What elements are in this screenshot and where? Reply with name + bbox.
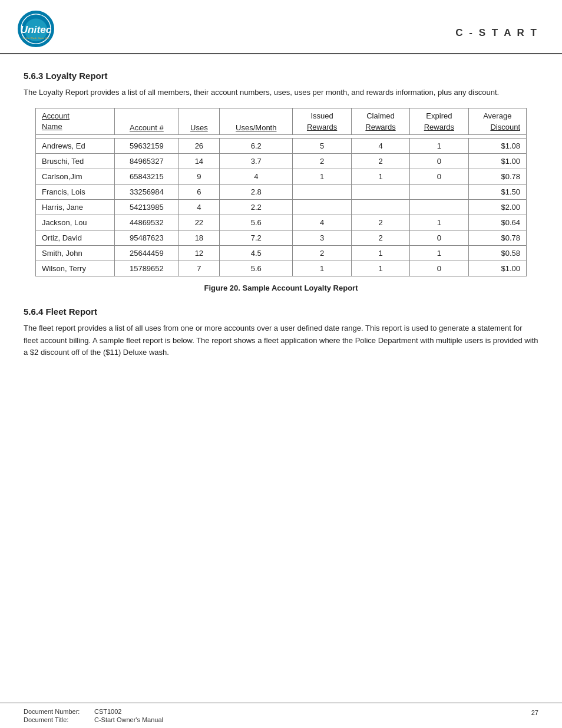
th-issued-rewards: Rewards — [293, 122, 351, 135]
table-cell: 6 — [178, 184, 220, 199]
table-cell: 59632159 — [115, 138, 178, 153]
table-cell: 5.6 — [220, 261, 293, 276]
table-cell: 95487623 — [115, 230, 178, 245]
logo-circle: Unitec The Car Wash Starts Here. — [18, 11, 54, 47]
table-cell: 4 — [293, 215, 351, 230]
footer-doc-info: Document Number: CST1002 Document Title:… — [24, 708, 163, 723]
table-cell: 44869532 — [115, 215, 178, 230]
table-cell: Francis, Lois — [36, 184, 115, 199]
table-cell: 2 — [293, 245, 351, 261]
table-cell: $2.00 — [468, 199, 526, 215]
footer-doc-number-value: CST1002 — [94, 708, 121, 715]
page-header: Unitec The Car Wash Starts Here. C - S T… — [0, 0, 562, 54]
section-564: 5.6.4 Fleet Report The fleet report prov… — [24, 307, 538, 359]
table-cell: 25644459 — [115, 245, 178, 261]
table-cell — [410, 199, 468, 215]
table-cell: 3 — [293, 230, 351, 245]
table-row: Harris, Jane5421398542.2$2.00 — [36, 199, 527, 215]
table-row: Carlson,Jim6584321594110$0.78 — [36, 169, 527, 184]
footer-doc-number-row: Document Number: CST1002 — [24, 708, 163, 715]
table-cell: 6.2 — [220, 138, 293, 153]
table-cell — [293, 184, 351, 199]
table-cell: 0 — [410, 153, 468, 169]
footer-doc-title-row: Document Title: C-Start Owner's Manual — [24, 716, 163, 723]
table-cell: 65843215 — [115, 169, 178, 184]
table-row: Francis, Lois3325698462.8$1.50 — [36, 184, 527, 199]
table-cell: 4 — [220, 169, 293, 184]
section-564-intro: The fleet report provides a list of all … — [24, 322, 538, 359]
table-row: Ortiz, David95487623187.2320$0.78 — [36, 230, 527, 245]
table-cell: 22 — [178, 215, 220, 230]
loyalty-table-body: Andrews, Ed59632159266.2541$1.08Bruschi,… — [36, 138, 527, 276]
table-cell: Jackson, Lou — [36, 215, 115, 230]
table-cell: 4 — [351, 138, 409, 153]
table-cell: 2 — [351, 215, 409, 230]
table-header-row-1: Account Name Account # Uses Uses/Month — [36, 108, 527, 122]
table-cell: 0 — [410, 261, 468, 276]
table-row: Andrews, Ed59632159266.2541$1.08 — [36, 138, 527, 153]
table-cell: 1 — [293, 261, 351, 276]
loyalty-report-table-wrapper: Account Name Account # Uses Uses/Month — [35, 108, 527, 276]
footer-doc-title-value: C-Start Owner's Manual — [94, 716, 163, 723]
table-cell: 14 — [178, 153, 220, 169]
loyalty-report-table: Account Name Account # Uses Uses/Month — [35, 108, 527, 276]
table-row: Jackson, Lou44869532225.6421$0.64 — [36, 215, 527, 230]
page-footer: Document Number: CST1002 Document Title:… — [0, 703, 562, 728]
table-cell: 7.2 — [220, 230, 293, 245]
table-cell: 18 — [178, 230, 220, 245]
table-cell: 2.2 — [220, 199, 293, 215]
th-expired-top: Expired — [410, 108, 468, 122]
table-cell: 1 — [351, 169, 409, 184]
table-cell: 1 — [293, 169, 351, 184]
table-cell: $1.00 — [468, 261, 526, 276]
table-cell: $1.50 — [468, 184, 526, 199]
table-cell: 1 — [351, 261, 409, 276]
table-row: Smith, John25644459124.5211$0.58 — [36, 245, 527, 261]
svg-text:The Car Wash Starts Here.: The Car Wash Starts Here. — [21, 37, 51, 39]
th-average-top: Average — [468, 108, 526, 122]
th-issued-top: Issued — [293, 108, 351, 122]
table-cell: Carlson,Jim — [36, 169, 115, 184]
section-563: 5.6.3 Loyalty Report The Loyalty Report … — [24, 71, 538, 292]
table-cell: 2 — [351, 153, 409, 169]
unitec-logo-svg: Unitec The Car Wash Starts Here. — [19, 12, 52, 46]
table-cell — [351, 199, 409, 215]
th-expired-rewards: Rewards — [410, 122, 468, 135]
table-cell: $0.64 — [468, 215, 526, 230]
table-cell: Bruschi, Ted — [36, 153, 115, 169]
table-cell: 2 — [351, 230, 409, 245]
th-uses: Uses — [178, 108, 220, 134]
table-cell — [351, 184, 409, 199]
table-cell: Wilson, Terry — [36, 261, 115, 276]
th-discount: Discount — [468, 122, 526, 135]
table-cell: $0.58 — [468, 245, 526, 261]
table-cell: 1 — [410, 215, 468, 230]
table-cell: 12 — [178, 245, 220, 261]
table-cell: Harris, Jane — [36, 199, 115, 215]
table-cell — [293, 199, 351, 215]
table-row: Wilson, Terry1578965275.6110$1.00 — [36, 261, 527, 276]
logo-area: Unitec The Car Wash Starts Here. — [18, 11, 54, 47]
header-title: C - S T A R T — [455, 11, 538, 39]
table-row: Bruschi, Ted84965327143.7220$1.00 — [36, 153, 527, 169]
footer-page-number: 27 — [531, 708, 538, 716]
section-563-heading: 5.6.3 Loyalty Report — [24, 71, 538, 81]
table-cell: Ortiz, David — [36, 230, 115, 245]
th-claimed-rewards: Rewards — [351, 122, 409, 135]
table-cell: $1.08 — [468, 138, 526, 153]
svg-text:Unitec: Unitec — [20, 24, 51, 35]
table-cell: 1 — [410, 138, 468, 153]
figure-caption: Figure 20. Sample Account Loyalty Report — [24, 284, 538, 292]
table-cell: $0.78 — [468, 169, 526, 184]
th-uses-month: Uses/Month — [220, 108, 293, 134]
table-cell: 54213985 — [115, 199, 178, 215]
th-account-name: Account Name — [36, 108, 115, 134]
table-cell: 3.7 — [220, 153, 293, 169]
table-cell: 9 — [178, 169, 220, 184]
table-cell: 4 — [178, 199, 220, 215]
table-cell — [410, 184, 468, 199]
th-claimed-top: Claimed — [351, 108, 409, 122]
section-564-heading: 5.6.4 Fleet Report — [24, 307, 538, 317]
table-cell: 5 — [293, 138, 351, 153]
table-cell: Smith, John — [36, 245, 115, 261]
